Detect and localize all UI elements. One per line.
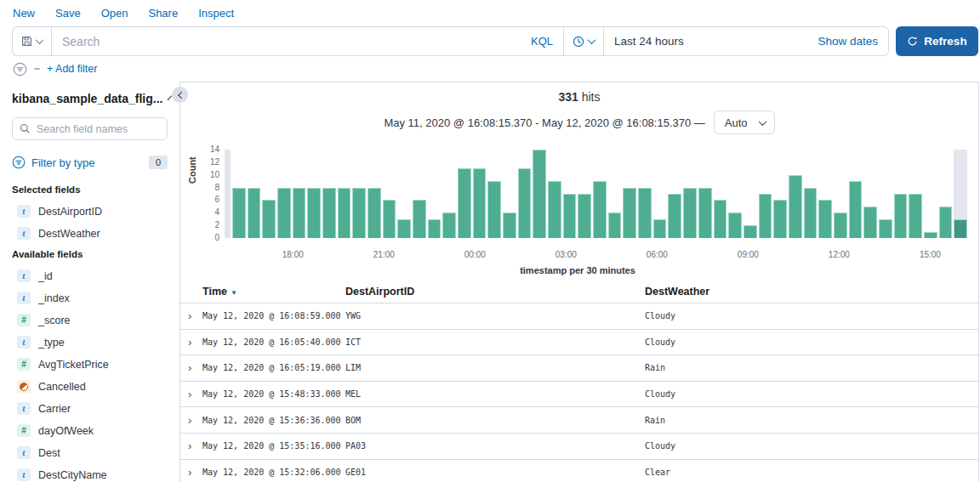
sort-desc-icon[interactable]: ▼ (231, 289, 237, 297)
airport-cell: ICT (345, 337, 645, 347)
histogram-bar[interactable] (338, 188, 351, 238)
histogram-bar[interactable] (653, 219, 667, 238)
histogram-bar[interactable] (397, 219, 411, 238)
field-item-Cancelled[interactable]: Cancelled (17, 380, 168, 393)
histogram-bar[interactable] (593, 181, 607, 238)
histogram-bar[interactable] (413, 200, 426, 238)
expand-row-icon[interactable]: › (180, 388, 202, 400)
field-item-_score[interactable]: #_score (17, 314, 168, 326)
histogram-bar[interactable] (728, 213, 742, 238)
histogram-bar[interactable] (352, 188, 366, 238)
histogram-bar[interactable] (924, 232, 937, 238)
histogram-bar[interactable] (322, 188, 336, 238)
field-search-input[interactable] (37, 123, 160, 135)
field-item-AvgTicketPrice[interactable]: #AvgTicketPrice (17, 358, 168, 371)
field-item-DestCityName[interactable]: tDestCityName (17, 468, 168, 481)
time-range-value[interactable]: Last 24 hours (604, 35, 818, 48)
weather-cell: Cloudy (645, 389, 978, 399)
quick-select-time-button[interactable] (564, 27, 604, 55)
histogram-bar[interactable] (789, 175, 802, 238)
histogram-bar-slot (908, 150, 923, 238)
histogram-bar[interactable] (262, 200, 276, 238)
histogram-bar-slot (803, 150, 818, 238)
histogram-bar[interactable] (548, 181, 561, 238)
column-header-time[interactable]: Time▼ (202, 286, 345, 298)
histogram-bar[interactable] (442, 213, 456, 238)
index-pattern-switcher[interactable]: kibana_sample_data_flig... (12, 92, 168, 105)
histogram-bar[interactable] (804, 188, 818, 238)
expand-row-icon[interactable]: › (180, 415, 202, 426)
collapse-sidebar-button[interactable] (172, 87, 188, 103)
histogram-bar[interactable] (623, 188, 636, 238)
histogram-bar[interactable] (894, 194, 908, 238)
histogram-bar[interactable] (954, 219, 967, 238)
histogram-bar[interactable] (939, 207, 953, 238)
histogram-bar[interactable] (909, 194, 922, 238)
menu-item-save[interactable]: Save (55, 7, 81, 20)
refresh-button[interactable]: Refresh (896, 26, 978, 56)
show-dates-button[interactable]: Show dates (818, 35, 888, 48)
expand-row-icon[interactable]: › (180, 440, 202, 451)
histogram-bar[interactable] (714, 200, 727, 238)
column-header-destweather[interactable]: DestWeather (645, 286, 978, 298)
field-item-_id[interactable]: t_id (17, 269, 168, 282)
histogram-bar[interactable] (487, 181, 501, 238)
filter-set-icon[interactable] (13, 62, 27, 77)
histogram-bar[interactable] (849, 181, 863, 238)
field-item-Carrier[interactable]: tCarrier (17, 402, 168, 415)
column-header-destairportid[interactable]: DestAirportID (345, 286, 645, 298)
histogram-bar[interactable] (232, 188, 246, 238)
histogram-bar[interactable] (683, 188, 697, 238)
field-item-Dest[interactable]: tDest (17, 446, 168, 459)
histogram-bar[interactable] (879, 219, 892, 238)
field-name: Dest (38, 447, 60, 459)
histogram-bar[interactable] (608, 213, 622, 238)
histogram-bar-slot (231, 150, 247, 238)
histogram-bar[interactable] (668, 194, 681, 238)
histogram-bar[interactable] (638, 188, 652, 238)
histogram-bar[interactable] (503, 213, 516, 238)
expand-row-icon[interactable]: › (180, 337, 202, 348)
add-filter-button[interactable]: + Add filter (47, 63, 97, 75)
filter-by-type-label: Filter by type (31, 156, 149, 169)
search-input[interactable] (62, 35, 524, 48)
histogram-bar[interactable] (458, 168, 471, 238)
field-item-DestWeather[interactable]: tDestWeather (17, 227, 168, 240)
histogram-bar[interactable] (518, 168, 532, 238)
histogram-bar[interactable] (759, 194, 772, 238)
histogram-bar[interactable] (277, 188, 291, 238)
histogram-bar[interactable] (428, 219, 442, 238)
menu-item-open[interactable]: Open (101, 7, 128, 20)
histogram-bar[interactable] (834, 213, 847, 238)
histogram-bar[interactable] (818, 200, 832, 238)
histogram-bar[interactable] (248, 188, 261, 238)
expand-row-icon[interactable]: › (180, 362, 202, 373)
histogram-bar[interactable] (307, 188, 321, 238)
menu-item-inspect[interactable]: Inspect (198, 7, 234, 20)
menu-item-share[interactable]: Share (148, 7, 178, 20)
histogram-bar[interactable] (698, 188, 712, 238)
histogram-bar[interactable] (473, 168, 487, 238)
histogram-bar[interactable] (368, 188, 381, 238)
histogram-bar[interactable] (563, 194, 577, 238)
histogram-bar[interactable] (744, 225, 757, 238)
expand-row-icon[interactable]: › (180, 467, 202, 478)
histogram-bar[interactable] (863, 207, 877, 238)
menu-item-new[interactable]: New (13, 7, 35, 20)
time-cell: May 12, 2020 @ 15:32:06.000 (202, 468, 345, 477)
saved-query-menu-button[interactable] (12, 26, 51, 56)
interval-select[interactable]: Auto (714, 111, 775, 134)
histogram-bar[interactable] (293, 188, 306, 238)
field-item-_type[interactable]: t_type (17, 336, 168, 349)
histogram-bar[interactable] (533, 150, 546, 238)
field-item-DestAirportID[interactable]: tDestAirportID (17, 205, 168, 218)
expand-row-icon[interactable]: › (180, 310, 202, 321)
kql-language-button[interactable]: KQL (524, 35, 553, 48)
histogram-bar[interactable] (773, 200, 787, 238)
time-cell: May 12, 2020 @ 16:05:40.000 (202, 337, 345, 347)
filter-by-type-button[interactable]: Filter by type 0 (12, 152, 168, 173)
histogram-bar[interactable] (578, 194, 591, 238)
field-item-_index[interactable]: t_index (17, 292, 168, 304)
field-item-dayOfWeek[interactable]: #dayOfWeek (17, 424, 168, 437)
histogram-bar[interactable] (383, 200, 396, 238)
